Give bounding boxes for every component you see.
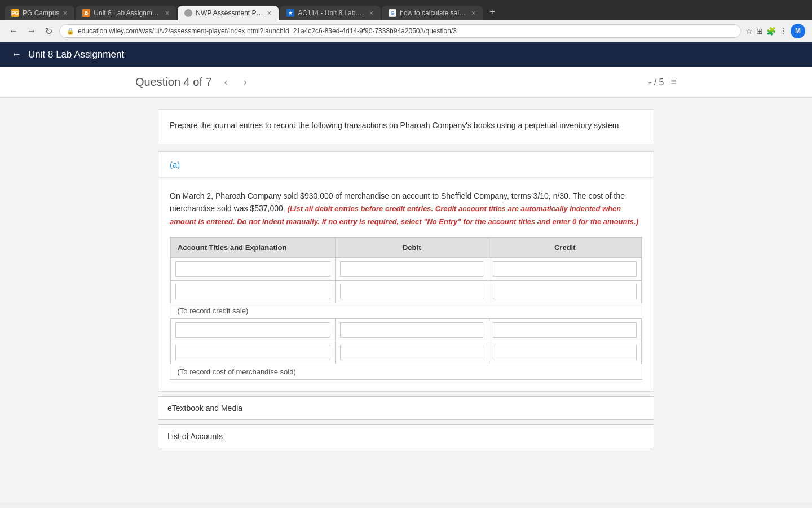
- tab-google-favicon: G: [389, 9, 396, 17]
- address-text: education.wiley.com/was/ui/v2/assessment…: [78, 27, 734, 35]
- question-nav: Question 4 of 7 ‹ › - / 5 ≡: [0, 67, 812, 98]
- star-icon[interactable]: ☆: [745, 27, 753, 36]
- debit-input-4[interactable]: [340, 345, 483, 360]
- table-row: [171, 319, 642, 341]
- credit-cell-4: [488, 341, 642, 364]
- list-of-accounts-button[interactable]: List of Accounts: [158, 424, 654, 448]
- credit-input-3[interactable]: [493, 322, 637, 338]
- extension-icon[interactable]: ⊞: [756, 27, 763, 36]
- credit-cell-2: [488, 281, 642, 303]
- tab-google-label: how to calculate sales revenue: [400, 9, 467, 17]
- lock-icon: 🔒: [67, 28, 74, 35]
- account-cell-2: [171, 281, 336, 303]
- app-title: Unit 8 Lab Assignment: [28, 49, 124, 60]
- score-display: - / 5: [648, 77, 664, 87]
- etextbook-button[interactable]: eTextbook and Media: [158, 396, 654, 420]
- part-a-header: (a): [158, 152, 654, 178]
- credit-input-4[interactable]: [493, 345, 637, 360]
- question-text-box: On March 2, Pharoah Company sold $930,00…: [158, 178, 654, 392]
- tab-ac114[interactable]: ★ AC114 - Unit 8 Lab.docx ✕: [280, 6, 381, 20]
- question-nav-left: Question 4 of 7 ‹ ›: [135, 75, 250, 89]
- tab-ac114-favicon: ★: [286, 9, 294, 17]
- tab-ac114-close[interactable]: ✕: [369, 10, 374, 17]
- account-cell-1: [171, 258, 336, 281]
- debit-input-2[interactable]: [340, 284, 483, 299]
- content-area: Prepare the journal entries to record th…: [147, 109, 665, 448]
- tab-nwp[interactable]: NWP Assessment Player UI Ap... ✕: [178, 6, 279, 20]
- back-button[interactable]: ←: [7, 25, 20, 37]
- forward-button[interactable]: →: [25, 25, 38, 37]
- col-header-credit: Credit: [488, 238, 642, 258]
- address-bar[interactable]: 🔒 education.wiley.com/was/ui/v2/assessme…: [59, 24, 741, 38]
- credit-cell-3: [488, 319, 642, 341]
- part-a-label: (a): [170, 160, 180, 169]
- debit-input-3[interactable]: [340, 322, 483, 338]
- debit-cell-4: [336, 341, 488, 364]
- toolbar-icons: ☆ ⊞ 🧩 ⋮ M: [745, 24, 805, 38]
- debit-cell-2: [336, 281, 488, 303]
- account-input-2[interactable]: [175, 284, 330, 299]
- table-row: [171, 281, 642, 303]
- credit-input-2[interactable]: [493, 284, 637, 299]
- browser-chrome: PG PG Campus ✕ B Unit 8 Lab Assignment -…: [0, 0, 812, 20]
- tab-pg[interactable]: PG PG Campus ✕: [5, 6, 74, 20]
- avatar[interactable]: M: [791, 24, 805, 38]
- account-input-3[interactable]: [175, 322, 330, 338]
- table-row: [171, 341, 642, 364]
- table-row: [171, 258, 642, 281]
- note-text-2: (To record cost of merchandise sold): [171, 364, 642, 380]
- question-title: Question 4 of 7: [135, 76, 212, 89]
- list-icon[interactable]: ≡: [670, 76, 677, 88]
- app-back-arrow[interactable]: ←: [11, 49, 21, 60]
- tab-nwp-label: NWP Assessment Player UI Ap...: [196, 9, 263, 17]
- new-tab-button[interactable]: +: [484, 3, 500, 20]
- note-text-1: (To record credit sale): [171, 303, 642, 319]
- tab-pg-label: PG Campus: [23, 9, 59, 17]
- debit-cell-3: [336, 319, 488, 341]
- account-cell-3: [171, 319, 336, 341]
- prev-question-button[interactable]: ‹: [221, 75, 231, 89]
- journal-table: Account Titles and Explanation Debit Cre…: [170, 237, 642, 379]
- question-nav-right: - / 5 ≡: [648, 76, 677, 88]
- journal-table-wrapper: Account Titles and Explanation Debit Cre…: [170, 237, 642, 380]
- debit-input-1[interactable]: [340, 261, 483, 277]
- next-question-button[interactable]: ›: [240, 75, 250, 89]
- credit-cell-1: [488, 258, 642, 281]
- tab-pg-close[interactable]: ✕: [63, 10, 68, 17]
- tab-unit8-favicon: B: [82, 9, 90, 17]
- question-text: On March 2, Pharoah Company sold $930,00…: [170, 190, 642, 227]
- tab-unit8[interactable]: B Unit 8 Lab Assignment - AC114 ✕: [76, 6, 176, 20]
- tab-pg-favicon: PG: [11, 9, 19, 17]
- part-a-box: (a): [158, 151, 654, 178]
- tab-unit8-close[interactable]: ✕: [165, 10, 170, 17]
- credit-input-1[interactable]: [493, 261, 637, 277]
- puzzle-icon[interactable]: 🧩: [766, 27, 776, 36]
- tab-unit8-label: Unit 8 Lab Assignment - AC114: [94, 9, 161, 17]
- col-header-debit: Debit: [336, 238, 488, 258]
- tab-ac114-label: AC114 - Unit 8 Lab.docx: [298, 9, 365, 17]
- menu-icon[interactable]: ⋮: [779, 27, 787, 36]
- debit-cell-1: [336, 258, 488, 281]
- tab-google-close[interactable]: ✕: [471, 10, 476, 17]
- main-content: Question 4 of 7 ‹ › - / 5 ≡ Prepare the …: [0, 67, 812, 502]
- instruction-box: Prepare the journal entries to record th…: [158, 109, 654, 142]
- refresh-button[interactable]: ↻: [43, 25, 55, 38]
- note-row-2: (To record cost of merchandise sold): [171, 364, 642, 380]
- tab-bar: PG PG Campus ✕ B Unit 8 Lab Assignment -…: [5, 3, 807, 20]
- instruction-text: Prepare the journal entries to record th…: [170, 121, 621, 130]
- account-cell-4: [171, 341, 336, 364]
- account-input-1[interactable]: [175, 261, 330, 277]
- tab-nwp-close[interactable]: ✕: [267, 10, 272, 17]
- col-header-account: Account Titles and Explanation: [171, 238, 336, 258]
- note-row-1: (To record credit sale): [171, 303, 642, 319]
- address-bar-row: ← → ↻ 🔒 education.wiley.com/was/ui/v2/as…: [0, 20, 812, 42]
- account-input-4[interactable]: [175, 345, 330, 360]
- tab-google[interactable]: G how to calculate sales revenue ✕: [382, 6, 483, 20]
- tab-nwp-favicon: [184, 9, 192, 17]
- app-header: ← Unit 8 Lab Assignment: [0, 42, 812, 67]
